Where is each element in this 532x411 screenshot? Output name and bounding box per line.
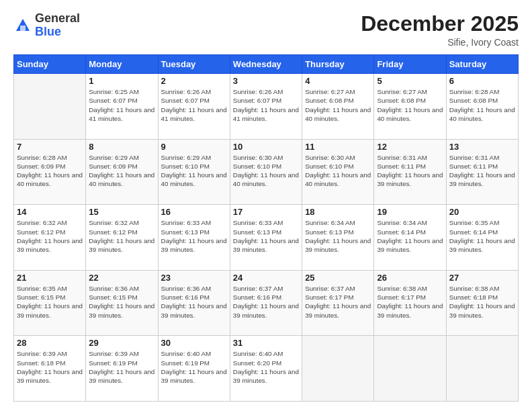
table-row: 13Sunrise: 6:31 AMSunset: 6:11 PMDayligh… xyxy=(446,139,518,205)
day-info: Sunrise: 6:29 AMSunset: 6:09 PMDaylight:… xyxy=(89,153,154,189)
table-row xyxy=(302,336,374,402)
day-number: 17 xyxy=(233,207,299,217)
table-row: 4Sunrise: 6:27 AMSunset: 6:08 PMDaylight… xyxy=(302,74,374,140)
day-info: Sunrise: 6:28 AMSunset: 6:08 PMDaylight:… xyxy=(449,87,515,123)
day-info: Sunrise: 6:39 AMSunset: 6:18 PMDaylight:… xyxy=(17,349,83,385)
day-number: 13 xyxy=(449,142,515,152)
table-row: 23Sunrise: 6:36 AMSunset: 6:16 PMDayligh… xyxy=(158,270,230,336)
table-row: 31Sunrise: 6:40 AMSunset: 6:20 PMDayligh… xyxy=(230,336,302,402)
day-number: 28 xyxy=(17,338,83,348)
day-number: 26 xyxy=(377,273,443,283)
day-number: 21 xyxy=(17,273,83,283)
table-row: 30Sunrise: 6:40 AMSunset: 6:19 PMDayligh… xyxy=(158,336,230,402)
logo-icon xyxy=(13,16,32,35)
page: General Blue December 2025 Sifie, Ivory … xyxy=(0,0,532,411)
table-row xyxy=(14,74,86,140)
col-wednesday: Wednesday xyxy=(230,55,302,74)
day-number: 7 xyxy=(17,142,83,152)
logo-blue-text: Blue xyxy=(35,26,80,39)
table-row: 3Sunrise: 6:26 AMSunset: 6:07 PMDaylight… xyxy=(230,74,302,140)
day-number: 5 xyxy=(377,76,443,86)
day-info: Sunrise: 6:36 AMSunset: 6:15 PMDaylight:… xyxy=(89,284,154,320)
table-row: 7Sunrise: 6:28 AMSunset: 6:09 PMDaylight… xyxy=(14,139,86,205)
svg-rect-1 xyxy=(20,26,26,31)
day-number: 24 xyxy=(233,273,299,283)
table-row: 17Sunrise: 6:33 AMSunset: 6:13 PMDayligh… xyxy=(230,205,302,271)
day-number: 1 xyxy=(89,76,154,86)
day-info: Sunrise: 6:26 AMSunset: 6:07 PMDaylight:… xyxy=(233,87,299,123)
col-monday: Monday xyxy=(86,55,158,74)
table-row: 11Sunrise: 6:30 AMSunset: 6:10 PMDayligh… xyxy=(302,139,374,205)
day-info: Sunrise: 6:40 AMSunset: 6:19 PMDaylight:… xyxy=(161,349,227,385)
day-number: 4 xyxy=(305,76,371,86)
table-row: 25Sunrise: 6:37 AMSunset: 6:17 PMDayligh… xyxy=(302,270,374,336)
day-info: Sunrise: 6:29 AMSunset: 6:10 PMDaylight:… xyxy=(161,153,227,189)
day-number: 31 xyxy=(233,338,299,348)
table-row: 22Sunrise: 6:36 AMSunset: 6:15 PMDayligh… xyxy=(86,270,158,336)
table-row: 6Sunrise: 6:28 AMSunset: 6:08 PMDaylight… xyxy=(446,74,518,140)
table-row: 14Sunrise: 6:32 AMSunset: 6:12 PMDayligh… xyxy=(14,205,86,271)
table-row: 24Sunrise: 6:37 AMSunset: 6:16 PMDayligh… xyxy=(230,270,302,336)
table-row: 20Sunrise: 6:35 AMSunset: 6:14 PMDayligh… xyxy=(446,205,518,271)
calendar-table: Sunday Monday Tuesday Wednesday Thursday… xyxy=(13,54,519,402)
day-number: 15 xyxy=(89,207,154,217)
day-info: Sunrise: 6:35 AMSunset: 6:15 PMDaylight:… xyxy=(17,284,83,320)
day-number: 6 xyxy=(449,76,515,86)
day-number: 8 xyxy=(89,142,154,152)
day-info: Sunrise: 6:25 AMSunset: 6:07 PMDaylight:… xyxy=(89,87,154,123)
day-info: Sunrise: 6:27 AMSunset: 6:08 PMDaylight:… xyxy=(377,87,443,123)
table-row: 18Sunrise: 6:34 AMSunset: 6:13 PMDayligh… xyxy=(302,205,374,271)
col-friday: Friday xyxy=(374,55,446,74)
day-number: 16 xyxy=(161,207,227,217)
subtitle: Sifie, Ivory Coast xyxy=(361,37,519,48)
day-info: Sunrise: 6:32 AMSunset: 6:12 PMDaylight:… xyxy=(17,218,83,254)
header: General Blue December 2025 Sifie, Ivory … xyxy=(13,12,519,48)
table-row xyxy=(374,336,446,402)
day-info: Sunrise: 6:33 AMSunset: 6:13 PMDaylight:… xyxy=(233,218,299,254)
day-number: 9 xyxy=(161,142,227,152)
table-row: 26Sunrise: 6:38 AMSunset: 6:17 PMDayligh… xyxy=(374,270,446,336)
day-info: Sunrise: 6:26 AMSunset: 6:07 PMDaylight:… xyxy=(161,87,227,123)
table-row: 15Sunrise: 6:32 AMSunset: 6:12 PMDayligh… xyxy=(86,205,158,271)
day-info: Sunrise: 6:30 AMSunset: 6:10 PMDaylight:… xyxy=(305,153,371,189)
table-row: 9Sunrise: 6:29 AMSunset: 6:10 PMDaylight… xyxy=(158,139,230,205)
table-row: 1Sunrise: 6:25 AMSunset: 6:07 PMDaylight… xyxy=(86,74,158,140)
day-number: 2 xyxy=(161,76,227,86)
day-info: Sunrise: 6:28 AMSunset: 6:09 PMDaylight:… xyxy=(17,153,83,189)
day-info: Sunrise: 6:31 AMSunset: 6:11 PMDaylight:… xyxy=(449,153,515,189)
table-row: 28Sunrise: 6:39 AMSunset: 6:18 PMDayligh… xyxy=(14,336,86,402)
day-number: 27 xyxy=(449,273,515,283)
col-saturday: Saturday xyxy=(446,55,518,74)
table-row: 12Sunrise: 6:31 AMSunset: 6:11 PMDayligh… xyxy=(374,139,446,205)
day-number: 23 xyxy=(161,273,227,283)
day-number: 25 xyxy=(305,273,371,283)
table-row: 10Sunrise: 6:30 AMSunset: 6:10 PMDayligh… xyxy=(230,139,302,205)
day-number: 18 xyxy=(305,207,371,217)
day-info: Sunrise: 6:37 AMSunset: 6:16 PMDaylight:… xyxy=(233,284,299,320)
main-title: December 2025 xyxy=(361,12,519,36)
day-number: 11 xyxy=(305,142,371,152)
table-row: 2Sunrise: 6:26 AMSunset: 6:07 PMDaylight… xyxy=(158,74,230,140)
day-number: 29 xyxy=(89,338,154,348)
day-info: Sunrise: 6:36 AMSunset: 6:16 PMDaylight:… xyxy=(161,284,227,320)
title-block: December 2025 Sifie, Ivory Coast xyxy=(361,12,519,48)
table-row: 21Sunrise: 6:35 AMSunset: 6:15 PMDayligh… xyxy=(14,270,86,336)
day-number: 12 xyxy=(377,142,443,152)
col-tuesday: Tuesday xyxy=(158,55,230,74)
table-row: 8Sunrise: 6:29 AMSunset: 6:09 PMDaylight… xyxy=(86,139,158,205)
col-sunday: Sunday xyxy=(14,55,86,74)
day-number: 30 xyxy=(161,338,227,348)
day-info: Sunrise: 6:35 AMSunset: 6:14 PMDaylight:… xyxy=(449,218,515,254)
day-info: Sunrise: 6:40 AMSunset: 6:20 PMDaylight:… xyxy=(233,349,299,385)
table-row: 19Sunrise: 6:34 AMSunset: 6:14 PMDayligh… xyxy=(374,205,446,271)
day-info: Sunrise: 6:33 AMSunset: 6:13 PMDaylight:… xyxy=(161,218,227,254)
logo: General Blue xyxy=(13,12,80,39)
day-number: 10 xyxy=(233,142,299,152)
day-info: Sunrise: 6:37 AMSunset: 6:17 PMDaylight:… xyxy=(305,284,371,320)
day-info: Sunrise: 6:39 AMSunset: 6:19 PMDaylight:… xyxy=(89,349,154,385)
logo-general-text: General xyxy=(35,12,80,26)
day-info: Sunrise: 6:30 AMSunset: 6:10 PMDaylight:… xyxy=(233,153,299,189)
day-info: Sunrise: 6:31 AMSunset: 6:11 PMDaylight:… xyxy=(377,153,443,189)
day-number: 19 xyxy=(377,207,443,217)
col-thursday: Thursday xyxy=(302,55,374,74)
